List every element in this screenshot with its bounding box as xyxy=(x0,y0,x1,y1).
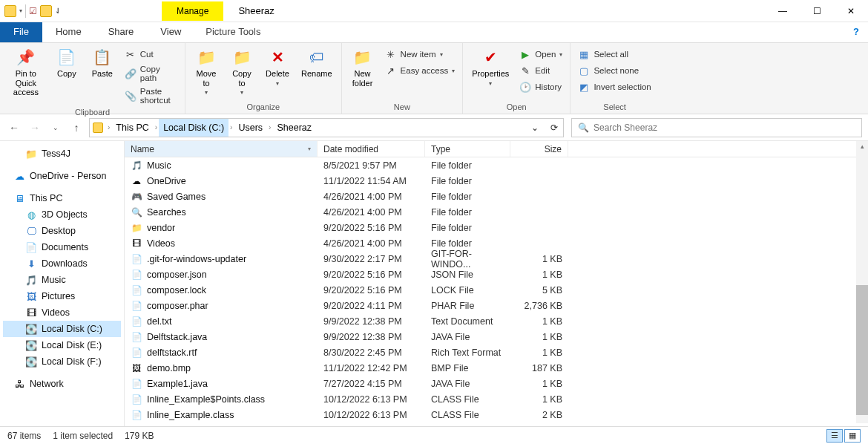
file-row[interactable]: 📄composer.json9/20/2022 5:16 PMJSON File… xyxy=(125,267,868,282)
file-type: JAVA File xyxy=(425,379,510,389)
column-name[interactable]: Name▾ xyxy=(125,141,318,157)
tab-home[interactable]: Home xyxy=(42,22,95,42)
details-view-button[interactable]: ☰ xyxy=(826,429,843,443)
cut-button[interactable]: ✂Cut xyxy=(122,47,180,62)
column-type[interactable]: Type xyxy=(425,141,510,157)
select-none-button[interactable]: ▢Select none xyxy=(575,63,654,78)
nav-pictures[interactable]: 🖼Pictures xyxy=(3,288,121,304)
pin-icon: 📌 xyxy=(16,47,36,68)
forward-button[interactable]: → xyxy=(27,120,43,136)
invert-icon: ◩ xyxy=(578,81,590,93)
breadcrumb-this-pc[interactable]: This PC xyxy=(111,119,153,137)
nav-music[interactable]: 🎵Music xyxy=(3,272,121,288)
new-folder-button[interactable]: 📁New folder xyxy=(346,45,379,90)
column-date[interactable]: Date modified xyxy=(318,141,425,157)
maximize-button[interactable]: ☐ xyxy=(800,0,834,22)
file-row[interactable]: 🎮Saved Games4/26/2021 4:00 PMFile folder xyxy=(125,189,868,204)
file-row[interactable]: 📄Example1.java7/27/2022 4:15 PMJAVA File… xyxy=(125,376,868,391)
nav-documents[interactable]: 📄Documents xyxy=(3,239,121,255)
rename-label: Rename xyxy=(301,69,332,79)
paste-button[interactable]: 📋 Paste xyxy=(86,45,119,81)
scroll-thumb[interactable] xyxy=(856,285,868,415)
tab-share[interactable]: Share xyxy=(95,22,148,42)
manage-tab[interactable]: Manage xyxy=(162,1,223,21)
file-name: composer.lock xyxy=(147,285,206,296)
chevron-right-icon[interactable]: › xyxy=(106,123,111,131)
file-row[interactable]: 📄delftstack.rtf8/30/2022 2:45 PMRich Tex… xyxy=(125,345,868,360)
file-row[interactable]: 🖼demo.bmp11/1/2022 12:42 PMBMP File187 K… xyxy=(125,360,868,376)
move-to-button[interactable]: 📁Move to xyxy=(190,45,223,98)
file-row[interactable]: 📄del.txt9/9/2022 12:38 PMText Document1 … xyxy=(125,313,868,329)
help-icon[interactable]: ? xyxy=(844,22,868,42)
file-list[interactable]: 🎵Music8/5/2021 9:57 PMFile folder☁OneDri… xyxy=(125,157,868,426)
easy-access-button[interactable]: ↗Easy access xyxy=(382,63,458,78)
nav-local-disk-f[interactable]: 💽Local Disk (F:) xyxy=(3,353,121,370)
edit-button[interactable]: ✎Edit xyxy=(516,63,565,78)
recent-locations-button[interactable]: ⌄ xyxy=(47,120,64,136)
chevron-right-icon[interactable]: › xyxy=(267,123,272,131)
nav-downloads[interactable]: ⬇Downloads xyxy=(3,255,121,272)
file-row[interactable]: 📁vendor9/20/2022 5:16 PMFile folder xyxy=(125,220,868,235)
file-name: .git-for-windows-updater xyxy=(147,254,246,264)
rename-button[interactable]: 🏷Rename xyxy=(297,45,337,81)
nav-3d-objects[interactable]: ◍3D Objects xyxy=(3,206,121,223)
nav-tess4j[interactable]: 📁Tess4J xyxy=(3,146,121,162)
nav-videos[interactable]: 🎞Videos xyxy=(3,304,121,321)
file-row[interactable]: 📄Inline_Example.class10/12/2022 6:13 PMC… xyxy=(125,407,868,422)
file-row[interactable]: 🎵Music8/5/2021 9:57 PMFile folder xyxy=(125,157,868,173)
back-button[interactable]: ← xyxy=(6,120,22,136)
scroll-up-button[interactable]: ▴ xyxy=(856,141,868,151)
nav-local-disk-e[interactable]: 💽Local Disk (E:) xyxy=(3,337,121,353)
close-button[interactable]: ✕ xyxy=(834,0,868,22)
select-all-button[interactable]: ▦Select all xyxy=(575,47,654,62)
chevron-right-icon[interactable]: › xyxy=(228,123,234,131)
breadcrumb-users[interactable]: Users xyxy=(234,119,267,137)
pin-to-quick-access-button[interactable]: 📌 Pin to Quick access xyxy=(4,45,47,99)
file-row[interactable]: 🔍Searches4/26/2021 4:00 PMFile folder xyxy=(125,204,868,220)
icons-view-button[interactable]: ▦ xyxy=(844,429,861,443)
file-row[interactable]: 📄.git-for-windows-updater9/30/2022 2:17 … xyxy=(125,251,868,267)
open-button[interactable]: ▶Open xyxy=(516,47,565,62)
paste-shortcut-button[interactable]: 📎Paste shortcut xyxy=(122,85,180,106)
scrollbar[interactable]: ▴ xyxy=(856,141,868,423)
history-button[interactable]: 🕑History xyxy=(516,79,565,94)
tab-view[interactable]: View xyxy=(147,22,194,42)
navigation-pane[interactable]: 📁Tess4J ☁OneDrive - Person 🖥This PC ◍3D … xyxy=(0,141,125,426)
file-row[interactable]: 📄Delftstack.java9/9/2022 12:38 PMJAVA Fi… xyxy=(125,329,868,345)
column-size[interactable]: Size xyxy=(510,141,568,157)
nav-this-pc[interactable]: 🖥This PC xyxy=(3,190,121,206)
qat-dropdown-icon[interactable]: ▾ xyxy=(19,7,22,14)
breadcrumb-bar[interactable]: › This PC › Local Disk (C:) › Users › Sh… xyxy=(89,118,564,137)
file-row[interactable]: 📄composer.lock9/20/2022 5:16 PMLOCK File… xyxy=(125,282,868,298)
copy-button[interactable]: 📄 Copy xyxy=(50,45,83,81)
tab-file[interactable]: File xyxy=(0,22,42,42)
refresh-button[interactable]: ⟳ xyxy=(545,119,563,137)
breadcrumb-local-disk-c[interactable]: Local Disk (C:) xyxy=(159,119,228,137)
file-row[interactable]: 📄Inline_Example$Points.class10/12/2022 6… xyxy=(125,391,868,407)
copy-to-button[interactable]: 📁Copy to xyxy=(226,45,258,98)
file-row[interactable]: 📄composer.phar9/20/2022 4:11 PMPHAR File… xyxy=(125,298,868,313)
new-item-button[interactable]: ✳New item xyxy=(382,47,458,62)
history-dropdown-button[interactable]: ⌄ xyxy=(526,119,544,137)
file-type: BMP File xyxy=(425,363,510,373)
contextual-tab-label[interactable]: Picture Tools xyxy=(194,22,272,42)
qat-overflow-icon[interactable]: ⇃ xyxy=(55,7,61,15)
delete-button[interactable]: ✕Delete xyxy=(261,45,294,89)
minimize-button[interactable]: — xyxy=(766,0,800,22)
properties-button[interactable]: ✔Properties xyxy=(467,45,513,89)
chevron-right-icon[interactable]: › xyxy=(154,123,159,131)
search-input[interactable]: 🔍 Search Sheeraz xyxy=(571,118,862,137)
nav-local-disk-c[interactable]: 💽Local Disk (C:) xyxy=(3,321,121,337)
invert-selection-button[interactable]: ◩Invert selection xyxy=(575,79,654,94)
move-to-label: Move to xyxy=(197,69,217,88)
nav-onedrive[interactable]: ☁OneDrive - Person xyxy=(3,168,121,184)
checkbox-icon[interactable]: ☑ xyxy=(29,6,37,16)
nav-network[interactable]: 🖧Network xyxy=(3,376,121,392)
copy-path-button[interactable]: 🔗Copy path xyxy=(122,63,180,84)
sort-dropdown-icon[interactable]: ▾ xyxy=(308,146,311,152)
nav-desktop[interactable]: 🖵Desktop xyxy=(3,223,121,239)
delete-icon: ✕ xyxy=(267,47,288,68)
file-row[interactable]: ☁OneDrive11/1/2022 11:54 AMFile folder xyxy=(125,173,868,189)
breadcrumb-sheeraz[interactable]: Sheeraz xyxy=(272,119,316,137)
up-button[interactable]: ↑ xyxy=(68,120,85,136)
